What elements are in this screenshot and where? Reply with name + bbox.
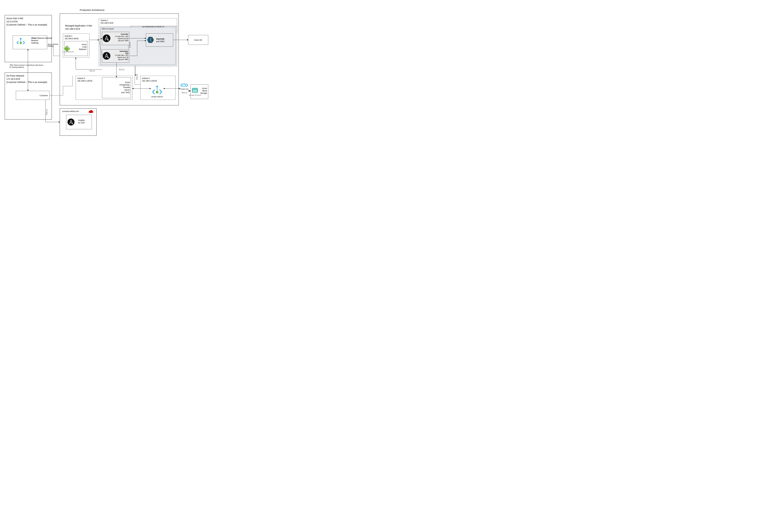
hub-name: Azure Hub V-Net: [6, 17, 23, 20]
svg-text:172.16.0.0/16: 172.16.0.0/16: [6, 78, 20, 80]
subnet-2: Subnet 2 192.168.0.64/26 Load Balancers …: [63, 34, 89, 57]
svg-text:Controller: Controller: [121, 33, 128, 35]
vpn-note-line1: VPN / Direct Connect / Jump Boxes (See A…: [10, 64, 43, 66]
svg-text:Load: Load: [82, 46, 87, 48]
svg-text:Load Balancers: Load Balancers: [63, 51, 74, 53]
hub-cidr: 10.0.0.0/16: [6, 20, 18, 23]
svg-text:PostgreSQL: PostgreSQL: [120, 84, 130, 86]
svg-text:Azure: Azure: [125, 81, 130, 83]
svg-text:port 8080: port 8080: [156, 40, 165, 43]
svg-point-24: [68, 47, 69, 48]
svg-text:Azure AD: Azure AD: [194, 39, 202, 41]
svg-text:UI static files + API: UI static files + API: [115, 54, 128, 56]
svg-point-2: [20, 38, 22, 40]
ansible-icon: [103, 34, 110, 42]
svg-text:(Customer Defined -- This is a: (Customer Defined -- This is an example): [6, 81, 47, 83]
svg-text:Gateway: Gateway: [31, 42, 39, 44]
private-endpoint-icon: [153, 86, 162, 94]
svg-text:Block: Block: [203, 90, 207, 92]
svg-text:192.168.0.144/28: 192.168.0.144/28: [142, 80, 157, 82]
svg-text:app port: 8080: app port: 8080: [118, 40, 129, 42]
automation-hub-box: Automation Hub UI static files + API ing…: [102, 49, 129, 63]
svg-text:app port: 8080: app port: 8080: [118, 59, 129, 60]
svg-point-40: [103, 34, 110, 42]
managed-app-vnet: Managed Application V-Net 192.168.0.0/24…: [60, 14, 179, 105]
vnet-gateway-icon: [17, 38, 25, 44]
svg-text:Balancer: Balancer: [79, 48, 87, 50]
svg-text:192.168.0.64/26: 192.168.0.64/26: [65, 38, 79, 40]
svg-text:AKS on Azure: AKS on Azure: [102, 28, 114, 30]
svg-text:Insights: Insights: [78, 119, 85, 121]
svg-rect-78: [193, 90, 197, 91]
svg-text:Server: Server: [124, 89, 130, 91]
svg-point-67: [156, 86, 158, 87]
svg-text:console.redhat.com: console.redhat.com: [62, 110, 79, 113]
peering-link: [47, 46, 60, 56]
svg-point-4: [20, 42, 22, 44]
svg-text:ingress port 80: ingress port 80: [118, 38, 129, 39]
svg-text:for AAP: for AAP: [78, 122, 85, 124]
vpn-note-line2: for Peering Options): [10, 66, 24, 68]
svg-text:Automation: Automation: [120, 50, 128, 52]
svg-point-46: [103, 52, 110, 60]
svg-text:192.168.0.0/26: 192.168.0.0/26: [101, 22, 113, 24]
customer-label: Customer: [40, 94, 48, 97]
svg-text:TLS 1.2: TLS 1.2: [182, 92, 187, 94]
svg-text:port: 5432: port: 5432: [121, 91, 130, 94]
svg-text:Azure: Azure: [202, 87, 207, 90]
svg-text:Flexible: Flexible: [124, 86, 130, 89]
storage-icon: [192, 88, 198, 93]
svg-text:ingress port: 80: ingress port: 80: [117, 57, 128, 58]
svg-text:Virtual: Virtual: [31, 37, 37, 39]
svg-text:Storage: Storage: [200, 92, 207, 94]
controller-box: Controller UI static files + API ingress…: [102, 32, 129, 45]
svg-text:UI static files + API: UI static files + API: [115, 36, 128, 37]
svg-text:Network: Network: [31, 39, 38, 42]
svg-text:TLS 1.2: TLS 1.2: [46, 109, 48, 115]
svg-text:Azure Network: Azure Network: [48, 43, 59, 45]
svg-text:keycloak: keycloak: [156, 38, 165, 40]
svg-point-73: [183, 84, 186, 87]
azure-hub-vnet: Azure Hub V-Net 10.0.0.0/16 (Customer De…: [5, 15, 52, 62]
svg-text:Subnet 1: Subnet 1: [101, 19, 108, 22]
oauth-note: can authenticate via OAuth 2.0: [142, 26, 164, 28]
svg-text:Azure: Azure: [82, 43, 87, 46]
svg-text:Peering: Peering: [48, 45, 53, 47]
ansible-icon: [68, 119, 75, 126]
on-prem-network: On-Prem Network 172.16.0.0/16 (Customer …: [5, 73, 52, 120]
azure-block-storage: Storage Accounts Azure Block Storage: [189, 85, 208, 99]
svg-text:Subnet 3: Subnet 3: [77, 77, 85, 79]
load-balancer-icon: [64, 45, 71, 52]
svg-text:Subnet 4: Subnet 4: [142, 77, 150, 79]
svg-text:TLS 1.2: TLS 1.2: [136, 74, 138, 80]
hub-note: (Customer Defined -- This is an example): [6, 23, 47, 26]
private-link: Private Link: [180, 84, 189, 90]
svg-text:TLS 1.2: TLS 1.2: [119, 69, 124, 71]
subnet-4: Subnet 4 192.168.0.144/28 private endpoi…: [140, 76, 176, 100]
svg-point-88: [68, 119, 75, 126]
svg-text:Private Link: Private Link: [180, 88, 189, 90]
svg-text:TLS 1.2: TLS 1.2: [89, 70, 95, 72]
svg-text:Subnet 2: Subnet 2: [65, 35, 72, 37]
svg-text:Managed Application V-Net: Managed Application V-Net: [65, 24, 92, 27]
svg-text:Storage Accounts: Storage Accounts: [189, 94, 201, 96]
subnet-3: Subnet 3 192.168.0.128/28 Azure PostgreS…: [76, 76, 132, 100]
svg-text:TLS 1.2: TLS 1.2: [129, 42, 131, 48]
svg-text:192.168.0.128/28: 192.168.0.128/28: [77, 80, 92, 82]
ansible-icon: [103, 52, 110, 60]
azure-ad: Azure AD: [188, 35, 208, 45]
aks-on-azure: AKS on Azure can authenticate via OAuth …: [100, 26, 176, 65]
subnet-1: Subnet 1 192.168.0.0/26 AKS on Azure can…: [99, 18, 177, 66]
svg-point-69: [156, 91, 158, 94]
redhat-icon: [89, 110, 93, 113]
svg-text:Hub: Hub: [125, 52, 128, 54]
page-title: Production Architecture: [80, 9, 105, 11]
svg-text:On-Prem Network: On-Prem Network: [6, 75, 24, 77]
virtual-network-gateway: Virtual Network Gateway Virtual Network …: [13, 36, 52, 49]
svg-text:private endpoint: private endpoint: [151, 96, 163, 98]
console-redhat: console.redhat.com Insights for AAP: [60, 109, 97, 136]
svg-rect-79: [193, 91, 197, 92]
svg-text:192.168.0.0/24: 192.168.0.0/24: [65, 28, 80, 30]
svg-rect-77: [192, 88, 198, 89]
